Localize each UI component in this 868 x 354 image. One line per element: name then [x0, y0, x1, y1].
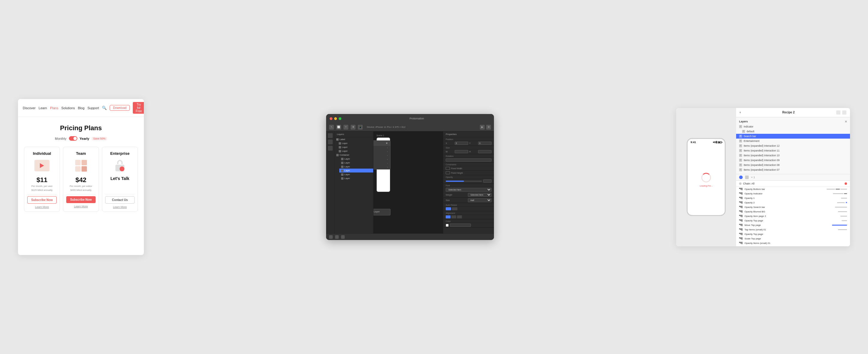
layer-item-2[interactable]: Layer: [337, 145, 373, 149]
dt-play-button[interactable]: ▶: [480, 125, 485, 129]
dt-color-preview[interactable]: [446, 224, 449, 227]
auto-resize-btn-off[interactable]: [452, 207, 457, 210]
layer-item-1[interactable]: Layer: [337, 141, 373, 145]
billing-toggle: Monthly Yearly Save 50%: [24, 136, 138, 141]
dt-popup-label-5[interactable]: T Label ›: [373, 161, 390, 165]
layer-icon-2: [339, 146, 341, 148]
nav-support[interactable]: Support: [88, 106, 99, 110]
dt-sidebar-assets-icon[interactable]: [328, 140, 333, 144]
dt-settings-icon[interactable]: ⚙: [486, 125, 491, 129]
proto-layers-title: Layers: [739, 120, 748, 123]
proto-panel-back[interactable]: ‹: [740, 111, 741, 114]
align-left-btn[interactable]: [446, 215, 451, 218]
proto-layer-interaction-09[interactable]: F Items (expanded) Interaction 09: [736, 158, 850, 163]
proto-action-btn-2[interactable]: [842, 110, 846, 115]
dt-tool-frame[interactable]: ⬜: [336, 125, 341, 129]
dt-bottom-icon-1[interactable]: [329, 235, 333, 239]
proto-layer-indicator[interactable]: F Indicator: [736, 124, 850, 129]
search-icon[interactable]: 🔍: [102, 106, 107, 110]
dt-input-x[interactable]: [455, 142, 468, 145]
dt-sidebar-screens-icon[interactable]: [328, 146, 333, 151]
proto-chain-row-13: Opacity Items (small) 01: [736, 241, 850, 245]
learn-more-individual[interactable]: Learn More: [35, 206, 49, 208]
learn-more-team[interactable]: Learn More: [74, 205, 88, 208]
layer-sub-2[interactable]: Layer: [339, 161, 373, 165]
layer-sub-4-active[interactable]: Layer: [339, 169, 373, 173]
nav-learn[interactable]: Learn: [39, 106, 47, 110]
dt-dropdown-weight[interactable]: Selected Item: [468, 193, 492, 197]
proto-layer-search-bar[interactable]: F Search bar: [736, 134, 850, 139]
nav-plans[interactable]: Plans: [50, 106, 58, 110]
proto-loading-text: Loading Pre...: [700, 185, 713, 187]
proto-layers-close-icon[interactable]: ✕: [845, 120, 847, 123]
toggle-switch[interactable]: [69, 136, 77, 141]
dt-bottom-icon-2[interactable]: [335, 235, 339, 239]
window-close-dot[interactable]: [330, 117, 332, 120]
layer-sub-5[interactable]: Layer: [339, 173, 373, 176]
proto-chain-row-6-icon: [739, 210, 743, 213]
proto-chain-red-dot: [845, 182, 847, 185]
download-button[interactable]: Download: [110, 105, 129, 111]
dt-tool-component[interactable]: ❖: [351, 125, 355, 129]
nav-discover[interactable]: Discover: [23, 106, 36, 110]
auto-resize-btn-on[interactable]: [446, 207, 451, 210]
layer-sub-1[interactable]: Layer: [339, 157, 373, 161]
dt-popup-label-1[interactable]: T Label ›: [373, 146, 390, 150]
dt-input-w[interactable]: [455, 150, 468, 153]
proto-layer-interaction-11[interactable]: F Items (expanded) Interaction 11: [736, 148, 850, 153]
toggle-monthly-label: Monthly: [55, 137, 66, 140]
layer-container[interactable]: Container: [335, 153, 373, 157]
layer-label[interactable]: T Label: [335, 138, 373, 141]
proto-layer-interaction-08[interactable]: F Items (expanded) Interaction 08: [736, 163, 850, 168]
proto-play-btn[interactable]: [739, 176, 743, 179]
dt-input-rotation[interactable]: 0: [446, 158, 492, 162]
proto-chain-row-1: Opacity Bottom bar: [736, 187, 850, 191]
dt-prop-size: W H: [443, 149, 494, 154]
dt-popup-header: Label ✕: [373, 141, 390, 146]
subscribe-button-team[interactable]: Subscribe Now: [66, 196, 96, 203]
layer-sub-6[interactable]: Layer: [339, 176, 373, 180]
dt-dropdown-size[interactable]: Half: [468, 198, 492, 202]
dt-tool-screen[interactable]: 📱: [358, 125, 363, 129]
proto-layer-default[interactable]: F default: [736, 129, 850, 134]
dt-sidebar-layers-icon[interactable]: [328, 133, 333, 138]
dt-canvas[interactable]: Scene 1 Scene 2 Label ✕ T Label ›: [373, 131, 443, 233]
dt-popup-label-6[interactable]: T Label ›: [373, 165, 390, 169]
layer-item-3[interactable]: Layer: [337, 149, 373, 153]
align-right-btn[interactable]: [457, 215, 462, 218]
proto-action-btn-1[interactable]: [836, 110, 840, 115]
proto-layer-interaction-10[interactable]: F Items (expanded) Interaction 10: [736, 153, 850, 158]
nav-blog[interactable]: Blog: [78, 106, 85, 110]
proto-layer-entertainment[interactable]: F Entertainment: [736, 139, 850, 143]
dt-input-y[interactable]: [478, 142, 492, 145]
layer-sub-3[interactable]: Layer: [339, 165, 373, 169]
nav-solutions[interactable]: Solutions: [61, 106, 74, 110]
learn-more-enterprise[interactable]: Learn More: [113, 206, 127, 208]
dt-dropdown-font[interactable]: Selected Item: [446, 188, 492, 192]
align-center-btn[interactable]: [452, 215, 456, 218]
dt-input-opacity[interactable]: 50: [483, 179, 492, 183]
window-maximize-dot[interactable]: [339, 117, 341, 120]
proto-layer-icon-int10: F: [739, 154, 742, 157]
dt-bottom-icon-3[interactable]: [341, 235, 345, 239]
dt-input-h[interactable]: [478, 150, 492, 153]
proto-layer-interaction-12[interactable]: F Items (expanded) Interaction 12: [736, 143, 850, 148]
dt-input-color[interactable]: #FFFFFF: [450, 224, 471, 227]
proto-layer-interaction-07[interactable]: F Items (expanded) Interaction 07: [736, 168, 850, 172]
dt-popup-label-3[interactable]: T Label ›: [373, 154, 390, 157]
proto-signal-icons: [713, 141, 722, 143]
window-minimize-dot[interactable]: [334, 117, 337, 120]
try-free-button[interactable]: Try for Free: [133, 102, 144, 114]
proto-chain-row-1-icon: [739, 188, 743, 190]
proto-battery-icon: [717, 141, 722, 143]
dt-popup-label-2[interactable]: T Label ›: [373, 150, 390, 154]
subscribe-button-individual[interactable]: Subscribe Now: [27, 196, 57, 204]
dt-tool-text[interactable]: T: [343, 125, 348, 129]
dt-popup-label-4[interactable]: T Label ›: [373, 157, 390, 161]
dt-prop-section-font: Font: [443, 184, 494, 187]
contact-us-button[interactable]: Contact Us: [105, 196, 134, 204]
signal-bar-3: [716, 141, 717, 143]
proto-chain-header: Chain: All: [736, 181, 850, 187]
proto-stop-btn[interactable]: [745, 176, 749, 179]
dt-tool-select[interactable]: ↖: [329, 125, 334, 129]
